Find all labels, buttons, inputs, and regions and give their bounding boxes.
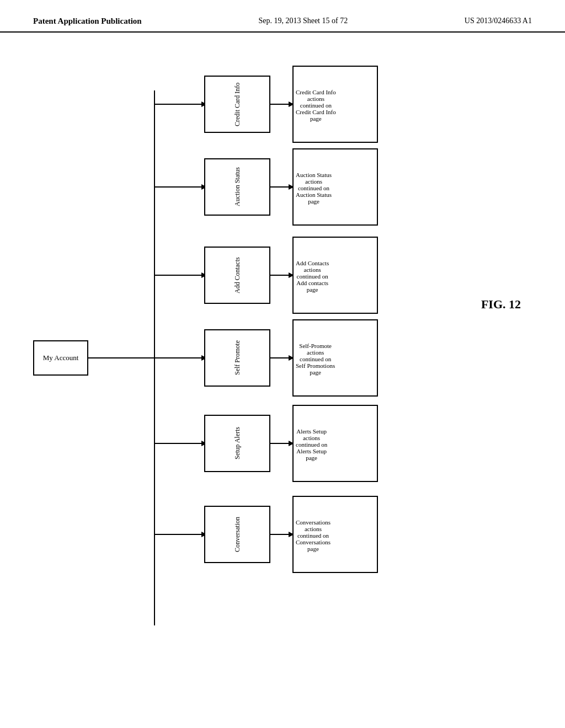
- diagram-area: My Account Credit Card Info Auction Stat…: [0, 33, 565, 683]
- page-header: Patent Application Publication Sep. 19, …: [0, 0, 565, 33]
- setup-alerts-actions-box: Alerts Setup actions continued on Alerts…: [292, 405, 378, 482]
- header-left: Patent Application Publication: [33, 17, 142, 26]
- credit-card-info-box: Credit Card Info: [204, 76, 270, 133]
- conversation-actions-box: Conversations actions continued on Conve…: [292, 496, 378, 573]
- auction-status-box: Auction Status: [204, 158, 270, 216]
- header-center: Sep. 19, 2013 Sheet 15 of 72: [258, 17, 348, 25]
- conversation-box: Conversation: [204, 506, 270, 563]
- fig-label: FIG. 12: [481, 297, 521, 312]
- add-contacts-box: Add Contacts: [204, 247, 270, 304]
- add-contacts-actions-box: Add Contacts actions continued on Add co…: [292, 237, 378, 314]
- auction-status-actions-box: Auction Status actions continued on Auct…: [292, 148, 378, 226]
- header-right: US 2013/0246633 A1: [465, 17, 532, 25]
- my-account-box: My Account: [33, 340, 88, 376]
- self-promote-actions-box: Self-Promote actions continued on Self P…: [292, 319, 378, 397]
- setup-alerts-box: Setup Alerts: [204, 415, 270, 472]
- self-promote-box: Self Promote: [204, 329, 270, 387]
- credit-card-info-actions-box: Credit Card Info actions continued on Cr…: [292, 66, 378, 143]
